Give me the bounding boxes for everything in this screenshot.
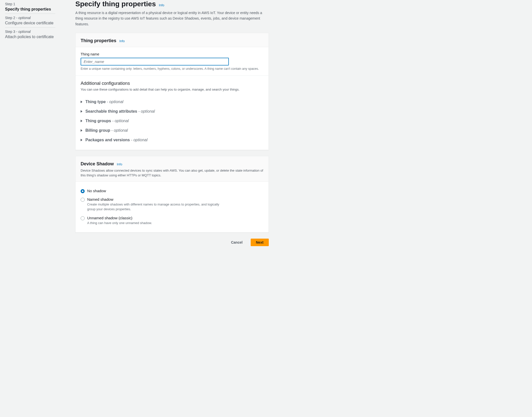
expand-searchable-attributes[interactable]: Searchable thing attributes - optional [81,107,263,116]
page-title: Specify thing properties [75,0,156,8]
panel-info-link[interactable]: Info [119,39,125,43]
wizard-sidebar: Step 1 Specify thing properties Step 2 -… [0,0,60,417]
cancel-button[interactable]: Cancel [226,239,248,246]
radio-named-shadow[interactable]: Named shadow Create multiple shadows wit… [81,195,263,214]
main-content: Specify thing properties Info A thing re… [60,0,274,417]
caret-right-icon [81,110,82,113]
caret-right-icon [81,120,82,122]
step-title: Configure device certificate [5,21,55,25]
caret-right-icon [81,101,82,103]
thing-name-label: Thing name [81,52,263,56]
radio-unnamed-shadow[interactable]: Unnamed shadow (classic) A thing can hav… [81,214,263,228]
caret-right-icon [81,129,82,132]
expandable-label: Thing groups [85,119,111,123]
step-number: Step 1 [5,2,15,6]
panel-info-link[interactable]: Info [117,162,122,166]
additional-config-title: Additional configurations [81,81,263,86]
footer-actions: Cancel Next [75,239,269,246]
expand-thing-type[interactable]: Thing type - optional [81,97,263,107]
step-title: Specify thing properties [5,7,55,12]
radio-no-shadow[interactable]: No shadow [81,187,263,195]
expandable-label: Billing group [85,128,110,132]
expand-billing-group[interactable]: Billing group - optional [81,126,263,135]
panel-title: Device Shadow [81,161,114,166]
radio-label: No shadow [87,189,263,193]
expand-thing-groups[interactable]: Thing groups - optional [81,116,263,126]
radio-desc: A thing can have only one unnamed shadow… [87,221,228,226]
page-info-link[interactable]: Info [159,3,164,7]
thing-name-hint: Enter a unique name containing only: let… [81,67,263,71]
radio-input[interactable] [81,216,85,220]
step-number: Step 3 [5,30,15,34]
panel-title: Thing properties [81,38,116,43]
optional-suffix: - optional [137,109,155,113]
step-3[interactable]: Step 3 - optional Attach policies to cer… [5,28,55,41]
panel-desc: Device Shadows allow connected devices t… [81,168,263,178]
optional-suffix: - optional [130,138,147,142]
expandable-label: Thing type [85,100,106,104]
additional-config-desc: You can use these configurations to add … [81,87,263,92]
radio-desc: Create multiple shadows with different n… [87,202,228,212]
step-number: Step 2 [5,16,15,20]
expand-packages-versions[interactable]: Packages and versions - optional [81,135,263,145]
optional-suffix: - optional [106,100,123,104]
thing-name-input[interactable] [81,58,229,65]
step-1[interactable]: Step 1 Specify thing properties [5,0,55,14]
radio-input[interactable] [81,189,85,193]
step-optional: - optional [15,16,30,20]
optional-suffix: - optional [111,119,129,123]
radio-label: Unnamed shadow (classic) [87,216,263,220]
step-optional: - optional [15,30,30,34]
next-button[interactable]: Next [251,239,269,246]
device-shadow-panel: Device Shadow Info Device Shadows allow … [75,156,269,233]
radio-label: Named shadow [87,197,263,201]
thing-properties-panel: Thing properties Info Thing name Enter a… [75,33,269,150]
caret-right-icon [81,139,82,141]
divider [76,76,269,76]
step-title: Attach policies to certificate [5,35,55,39]
step-2[interactable]: Step 2 - optional Configure device certi… [5,14,55,28]
radio-input[interactable] [81,198,85,202]
expandable-label: Packages and versions [85,138,130,142]
expandable-label: Searchable thing attributes [85,109,137,113]
optional-suffix: - optional [110,128,128,132]
page-description: A thing resource is a digital representa… [75,10,269,27]
